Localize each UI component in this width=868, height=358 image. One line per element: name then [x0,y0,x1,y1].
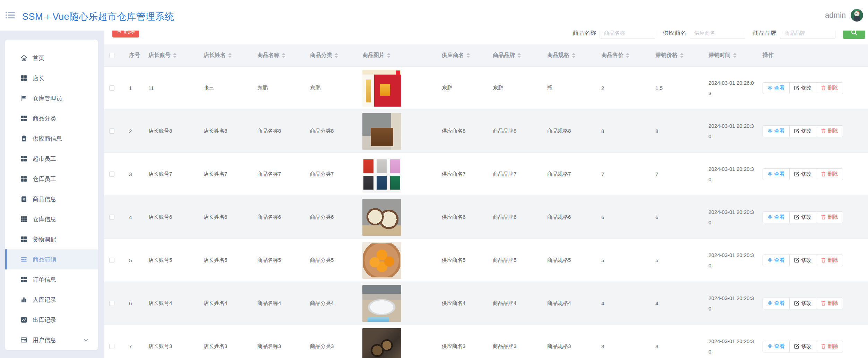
cell-product-name: 东鹏 [254,67,307,109]
sort-carets[interactable] [572,53,575,58]
sidebar-item-货物调配[interactable]: 货物调配 [5,229,98,249]
select-all-checkbox[interactable] [109,53,114,58]
sidebar-item-商品分类[interactable]: 商品分类 [5,108,98,128]
view-button[interactable]: 查看 [763,211,790,223]
column-header-image[interactable]: 商品图片 [359,44,438,66]
row-delete-button[interactable]: 删除 [816,341,843,352]
view-button[interactable]: 查看 [763,168,790,180]
sidebar-item-仓库管理员[interactable]: 仓库管理员 [5,88,98,108]
sidebar-item-首页[interactable]: 首页 [5,48,98,68]
cell-owner-name: 店长姓名7 [200,153,254,195]
row-delete-button[interactable]: 删除 [816,255,843,266]
row-checkbox[interactable] [109,172,114,177]
sidebar-item-仓库信息[interactable]: 仓库信息 [5,209,98,229]
cell-category: 商品分类3 [307,325,359,358]
edit-button[interactable]: 修改 [789,125,816,137]
row-checkbox[interactable] [109,344,114,349]
product-name-input[interactable] [600,31,655,39]
card-icon [20,336,27,343]
oranges-bowl-image[interactable] [362,242,401,279]
sort-carets[interactable] [282,53,285,58]
sidebar-item-用户信息[interactable]: 用户信息 [5,330,98,350]
column-header-stale_time[interactable]: 滞销时间 [705,44,759,66]
user-avatar[interactable] [851,9,863,22]
sort-carets[interactable] [387,53,390,58]
sort-carets[interactable] [335,53,338,58]
column-header-supplier[interactable]: 供应商名 [438,44,489,66]
wooden-table-image[interactable] [362,113,401,150]
edit-button[interactable]: 修改 [789,255,816,266]
cell-owner-name: 张三 [200,67,254,109]
sort-carets[interactable] [173,53,177,58]
view-button[interactable]: 查看 [763,341,790,352]
menu-toggle-icon[interactable] [6,11,15,20]
edit-button[interactable]: 修改 [789,341,816,352]
alarm-clocks-image[interactable] [362,199,401,236]
view-button[interactable]: 查看 [763,298,790,309]
supplier-name-input[interactable] [690,31,745,39]
row-checkbox[interactable] [109,85,114,91]
sort-carets[interactable] [466,53,470,58]
column-header-brand[interactable]: 商品品牌 [489,44,544,66]
edit-icon [794,343,799,350]
sidebar-item-商品滞销[interactable]: 商品滞销 [5,249,98,269]
dongpeng-drink-image[interactable] [362,70,401,107]
sort-carets[interactable] [626,53,629,58]
sidebar-item-超市员工[interactable]: 超市员工 [5,149,98,169]
cell-supplier: 供应商名7 [438,153,489,195]
app-title: SSM＋Vue随心乐超市仓库管理系统 [22,10,174,23]
column-header-spec[interactable]: 商品规格 [544,44,598,66]
cell-index: 4 [126,196,145,239]
sidebar-item-商品信息[interactable]: 商品信息 [5,189,98,209]
delete-button[interactable]: 删除 [112,31,139,38]
row-checkbox[interactable] [109,301,114,306]
edit-button[interactable]: 修改 [789,211,816,223]
view-button[interactable]: 查看 [763,82,790,94]
sidebar-item-入库记录[interactable]: 入库记录 [5,290,98,310]
sort-carets[interactable] [517,53,521,58]
edit-button[interactable]: 修改 [789,82,816,94]
row-delete-button[interactable]: 删除 [816,82,843,94]
sort-carets[interactable] [680,53,684,58]
row-checkbox[interactable] [109,258,114,263]
column-header-product[interactable]: 商品名称 [254,44,307,66]
column-header-account[interactable]: 店长账号 [145,44,200,66]
row-delete-button[interactable]: 删除 [816,298,843,309]
column-header-stale_price[interactable]: 滞销价格 [652,44,705,66]
column-header-price[interactable]: 商品售价 [598,44,652,66]
cell-owner-name: 店长姓名8 [200,110,254,152]
row-delete-button[interactable]: 删除 [816,211,843,223]
cell-stale-price: 5 [652,239,705,282]
row-checkbox[interactable] [109,128,114,134]
sidebar-item-供应商信息[interactable]: 供应商信息 [5,128,98,149]
column-header-owner_name[interactable]: 店长姓名 [200,44,254,66]
view-button[interactable]: 查看 [763,255,790,266]
column-header-category[interactable]: 商品分类 [307,44,359,66]
sony-speakers-image[interactable] [362,156,401,193]
sidebar-item-仓库员工[interactable]: 仓库员工 [5,169,98,189]
sidebar-item-出库记录[interactable]: 出库记录 [5,310,98,330]
edit-button[interactable]: 修改 [789,298,816,309]
robot-vacuum-image[interactable] [362,285,401,322]
sort-carets[interactable] [228,53,232,58]
cell-spec: 商品规格3 [544,325,598,358]
sidebar-item-订单信息[interactable]: 订单信息 [5,269,98,290]
brand-input[interactable] [780,31,835,39]
row-delete-button[interactable]: 删除 [816,125,843,137]
sidebar-item-label: 用户信息 [33,336,56,344]
row-delete-button[interactable]: 删除 [816,168,843,180]
search-button[interactable] [843,31,865,39]
cell-index: 7 [126,325,145,358]
view-button[interactable]: 查看 [763,125,790,137]
sidebar-item-label: 商品分类 [33,115,56,123]
package-icon [20,195,27,202]
clipboard-icon [20,135,27,142]
sunglasses-image[interactable] [362,328,401,358]
chart-bar-icon [20,296,27,303]
sidebar-item-店长[interactable]: 店长 [5,68,98,88]
row-checkbox[interactable] [109,215,114,220]
edit-button[interactable]: 修改 [789,168,816,180]
cell-brand: 商品品牌4 [489,282,544,325]
cell-stale-price: 4 [652,282,705,325]
sort-carets[interactable] [733,53,737,58]
